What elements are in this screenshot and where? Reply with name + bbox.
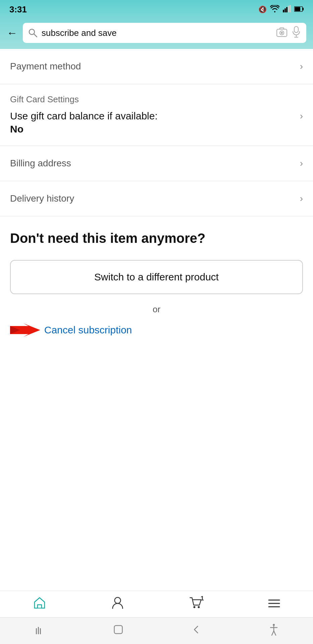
billing-address-row[interactable]: Billing address › [0,146,313,181]
delivery-history-label: Delivery history [10,193,74,204]
or-text: or [10,304,303,315]
search-input[interactable]: subscribe and save [42,28,272,38]
svg-rect-26 [40,628,41,634]
status-time: 3:31 [9,4,27,15]
gift-card-row-text: Use gift card balance if available: [10,110,158,121]
search-box[interactable]: subscribe and save [23,23,306,43]
cart-icon [189,599,202,611]
cancel-subscription-link[interactable]: Cancel subscription [44,324,132,336]
wifi-icon [270,5,279,14]
delivery-history-chevron: › [300,193,303,204]
gift-card-section: Gift Card Settings Use gift card balance… [0,84,313,146]
payment-method-chevron: › [300,61,303,72]
mute-icon: 🔇 [258,5,267,13]
gift-card-text: Use gift card balance if available: No [10,109,158,136]
nav-cart[interactable]: 1 [189,596,202,612]
svg-rect-13 [294,26,298,33]
gift-card-row[interactable]: Use gift card balance if available: No › [10,109,303,136]
android-accessibility-button[interactable] [269,624,278,638]
svg-rect-3 [288,6,289,12]
nav-home[interactable] [33,597,46,611]
svg-point-18 [115,597,121,603]
svg-rect-25 [38,627,39,634]
switch-product-button[interactable]: Switch to a different product [10,260,303,294]
cart-badge-wrapper: 1 [189,596,202,612]
content: Payment method › Gift Card Settings Use … [0,49,313,350]
delivery-history-row[interactable]: Delivery history › [0,181,313,216]
menu-icon [268,598,280,611]
gift-card-section-title: Gift Card Settings [10,94,303,105]
red-arrow-icon [10,323,40,337]
svg-point-19 [193,606,195,608]
battery-icon [294,6,304,13]
bottom-nav: 1 [0,591,313,617]
signal-icon [283,5,291,14]
payment-method-row[interactable]: Payment method › [0,49,313,84]
dont-need-section: Don't need this item anymore? Switch to … [0,216,313,350]
billing-address-label: Billing address [10,158,71,169]
nav-menu[interactable] [268,598,280,611]
svg-point-20 [198,606,200,608]
svg-rect-4 [290,5,291,12]
svg-rect-6 [303,8,304,10]
dont-need-title: Don't need this item anymore? [10,230,303,247]
svg-point-12 [281,32,283,34]
android-home-button[interactable] [114,625,123,637]
svg-rect-2 [286,7,288,12]
svg-rect-1 [285,8,286,12]
android-recent-button[interactable] [35,625,44,637]
svg-rect-7 [295,7,300,11]
back-button[interactable]: ← [7,27,17,39]
status-icons: 🔇 [258,5,304,14]
search-bar-area: ← subscribe and save [0,19,313,49]
nav-account[interactable] [112,596,123,612]
mic-icon[interactable] [292,26,301,40]
billing-address-chevron: › [300,158,303,169]
cancel-row: Cancel subscription [10,323,303,343]
android-nav [0,617,313,644]
gift-card-chevron: › [300,111,303,121]
svg-rect-24 [36,628,37,634]
svg-rect-0 [283,10,284,12]
search-icon [28,28,38,38]
status-bar: 3:31 🔇 [0,0,313,19]
svg-point-28 [273,624,275,626]
camera-search-icon[interactable] [276,27,288,39]
android-back-button[interactable] [192,625,200,637]
svg-line-32 [274,631,276,635]
svg-rect-27 [114,626,122,634]
cart-badge: 1 [200,595,204,602]
gift-card-row-value: No [10,123,23,135]
payment-method-label: Payment method [10,61,81,72]
account-icon [112,596,123,612]
svg-line-31 [272,631,274,635]
home-icon [33,597,46,611]
svg-line-9 [34,34,37,37]
